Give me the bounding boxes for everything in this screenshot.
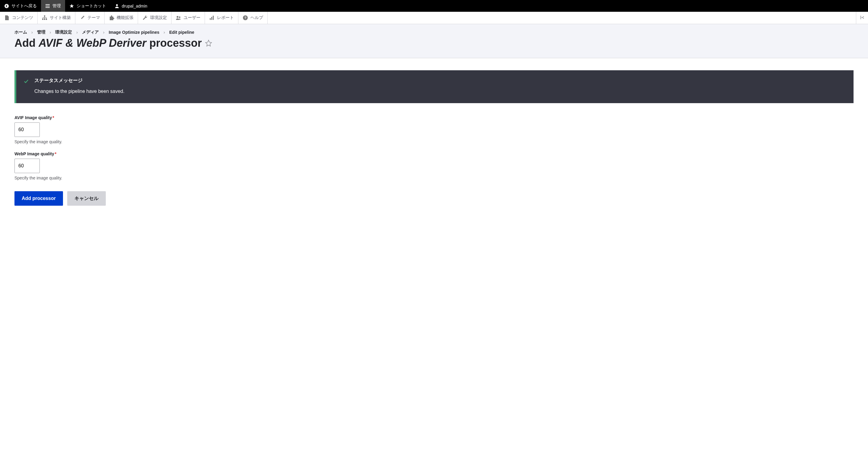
svg-rect-9 bbox=[211, 17, 212, 20]
menu-help[interactable]: ? ヘルプ bbox=[239, 12, 268, 24]
menu-extend-label: 機能拡張 bbox=[117, 15, 133, 21]
toolbar-top: サイトへ戻る 管理 ショートカット drupal_admin bbox=[0, 0, 868, 12]
avif-desc: Specify the image quality. bbox=[14, 139, 854, 144]
check-icon bbox=[24, 79, 29, 84]
status-message: ステータスメッセージ Changes to the pipeline have … bbox=[14, 70, 854, 103]
menu-reports[interactable]: レポート bbox=[205, 12, 239, 24]
back-to-site-link[interactable]: サイトへ戻る bbox=[0, 0, 41, 12]
page-title-prefix: Add bbox=[14, 37, 38, 49]
menu-people-label: ユーザー bbox=[184, 15, 200, 21]
breadcrumb-link[interactable]: メディア bbox=[82, 30, 99, 35]
cancel-button[interactable]: キャンセル bbox=[67, 191, 106, 206]
menu-people[interactable]: ユーザー bbox=[172, 12, 205, 24]
breadcrumb-link[interactable]: Image Optimize pipelines bbox=[109, 30, 159, 35]
star-outline-icon[interactable] bbox=[205, 39, 212, 47]
page-title-suffix: processor bbox=[146, 37, 202, 49]
breadcrumb: ホーム › 管理 › 環境設定 › メディア › Image Optimize … bbox=[14, 30, 854, 35]
svg-rect-2 bbox=[44, 16, 45, 17]
admin-menu: コンテンツ サイト構築 テーマ 機能拡張 環境設定 ユーザー レポート ? ヘル… bbox=[0, 12, 868, 24]
svg-point-7 bbox=[179, 17, 181, 18]
svg-point-0 bbox=[4, 4, 9, 8]
breadcrumb-sep: › bbox=[103, 30, 104, 35]
breadcrumb-sep: › bbox=[76, 30, 78, 35]
menu-content[interactable]: コンテンツ bbox=[0, 12, 38, 24]
user-label: drupal_admin bbox=[122, 4, 147, 8]
user-icon bbox=[115, 4, 119, 8]
menu-reports-label: レポート bbox=[217, 15, 234, 21]
svg-rect-8 bbox=[210, 18, 211, 20]
page-title-em: AVIF & WebP Deriver bbox=[38, 37, 146, 49]
people-icon bbox=[176, 15, 181, 21]
breadcrumb-link[interactable]: ホーム bbox=[14, 30, 27, 35]
webp-desc: Specify the image quality. bbox=[14, 175, 854, 180]
shortcuts-label: ショートカット bbox=[76, 3, 106, 9]
avif-quality-input[interactable] bbox=[14, 122, 40, 137]
menu-appearance[interactable]: テーマ bbox=[75, 12, 104, 24]
svg-rect-3 bbox=[42, 19, 43, 20]
status-body: Changes to the pipeline have been saved. bbox=[34, 89, 844, 94]
collapse-toolbar[interactable] bbox=[856, 12, 868, 24]
form-item-webp: WebP Image quality* Specify the image qu… bbox=[14, 151, 854, 180]
chart-icon bbox=[209, 15, 215, 21]
breadcrumb-link[interactable]: 環境設定 bbox=[55, 30, 72, 35]
menu-structure[interactable]: サイト構築 bbox=[38, 12, 75, 24]
required-marker: * bbox=[55, 151, 56, 156]
help-icon: ? bbox=[243, 15, 248, 21]
content: ステータスメッセージ Changes to the pipeline have … bbox=[0, 58, 868, 218]
page-title: Add AVIF & WebP Deriver processor bbox=[14, 37, 854, 50]
brush-icon bbox=[80, 15, 85, 21]
status-title: ステータスメッセージ bbox=[34, 78, 844, 84]
back-icon bbox=[4, 4, 9, 8]
breadcrumb-sep: › bbox=[50, 30, 51, 35]
menu-content-label: コンテンツ bbox=[12, 15, 33, 21]
menu-configuration[interactable]: 環境設定 bbox=[138, 12, 172, 24]
menu-extend[interactable]: 機能拡張 bbox=[104, 12, 138, 24]
menu-configuration-label: 環境設定 bbox=[150, 15, 167, 21]
svg-rect-10 bbox=[213, 16, 214, 20]
file-icon bbox=[4, 15, 10, 21]
wrench-icon bbox=[142, 15, 148, 21]
form-item-avif: AVIF Image quality* Specify the image qu… bbox=[14, 115, 854, 144]
star-filled-icon bbox=[69, 4, 74, 8]
webp-quality-input[interactable] bbox=[14, 159, 40, 173]
manage-toggle[interactable]: 管理 bbox=[41, 0, 65, 12]
region-header: ホーム › 管理 › 環境設定 › メディア › Image Optimize … bbox=[0, 24, 868, 58]
breadcrumb-sep: › bbox=[31, 30, 33, 35]
menu-help-label: ヘルプ bbox=[250, 15, 263, 21]
svg-text:?: ? bbox=[244, 16, 247, 20]
webp-label: WebP Image quality* bbox=[14, 151, 854, 156]
breadcrumb-link[interactable]: 管理 bbox=[37, 30, 45, 35]
required-marker: * bbox=[53, 115, 54, 120]
svg-rect-5 bbox=[46, 19, 47, 20]
form-actions: Add processor キャンセル bbox=[14, 191, 854, 206]
svg-point-6 bbox=[177, 16, 179, 18]
structure-icon bbox=[42, 15, 47, 21]
breadcrumb-sep: › bbox=[164, 30, 165, 35]
user-menu[interactable]: drupal_admin bbox=[110, 0, 152, 12]
menu-structure-label: サイト構築 bbox=[50, 15, 71, 21]
add-processor-button[interactable]: Add processor bbox=[14, 191, 63, 206]
hamburger-icon bbox=[45, 4, 50, 8]
svg-rect-4 bbox=[44, 19, 45, 20]
back-to-site-label: サイトへ戻る bbox=[11, 3, 37, 9]
breadcrumb-link[interactable]: Edit pipeline bbox=[169, 30, 194, 35]
manage-label: 管理 bbox=[53, 3, 61, 9]
avif-label: AVIF Image quality* bbox=[14, 115, 854, 120]
collapse-icon bbox=[860, 15, 865, 21]
puzzle-icon bbox=[109, 15, 114, 21]
menu-appearance-label: テーマ bbox=[87, 15, 100, 21]
shortcuts-link[interactable]: ショートカット bbox=[65, 0, 110, 12]
svg-point-1 bbox=[116, 4, 118, 6]
